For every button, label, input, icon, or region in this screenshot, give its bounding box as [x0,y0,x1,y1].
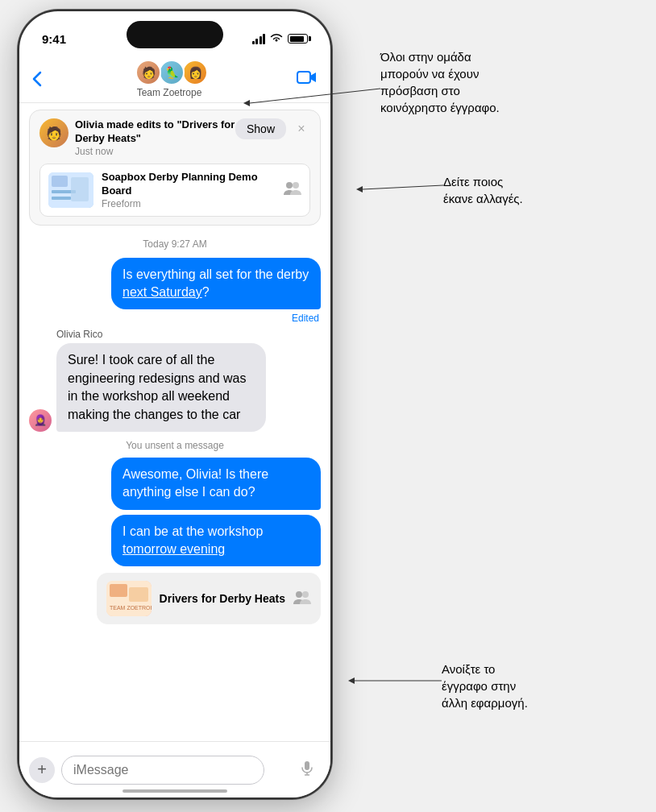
notif-card-info: Soapbox Derby Planning Demo Board Freefo… [102,171,276,209]
group-icon [284,180,301,199]
share-card-info: Drivers for Derby Heats [160,592,285,605]
svg-text:TEAM ZOETROPE: TEAM ZOETROPE [110,605,152,611]
notif-actions: Show × [235,118,310,139]
edited-label: Edited [19,313,330,324]
annotation-1: Όλοι στην ομάδα μπορούν να έχουν πρόσβασ… [380,48,500,116]
video-call-button[interactable] [297,68,318,89]
svg-rect-0 [297,72,310,83]
svg-line-19 [363,185,443,189]
nav-center[interactable]: 🧑 🦜 👩 Team Zoetrope [131,60,208,98]
notif-top: 🧑 Olivia made edits to "Drivers for Derb… [39,118,310,157]
svg-rect-11 [129,587,148,602]
notif-title: Olivia made edits to "Drivers for Derby … [75,118,235,146]
svg-point-12 [296,591,302,598]
back-button[interactable] [32,71,42,87]
notif-card-title: Soapbox Derby Planning Demo Board [102,171,276,198]
home-indicator [122,789,227,793]
nav-title: Team Zoetrope [137,87,202,98]
wifi-icon [270,33,283,45]
olivia-avatar: 🧕 [29,409,52,432]
phone-frame: 9:41 🧑 🦜 👩 Team [18,10,332,799]
svg-marker-20 [356,186,363,193]
message-row-received: 🧕 Sure! I took care of all the engineeri… [19,342,330,433]
link-next-saturday[interactable]: next Saturday [122,285,202,299]
share-card-row: TEAM ZOETROPE Drivers for Derby Heats [19,570,330,628]
notif-text-block: Olivia made edits to "Drivers for Derby … [75,118,235,157]
share-card[interactable]: TEAM ZOETROPE Drivers for Derby Heats [97,573,321,624]
share-group-icon [293,590,311,608]
mic-icon[interactable] [301,761,313,779]
message-bubble-sent: Is everything all set for the derby next… [111,258,321,310]
message-input[interactable] [61,756,264,785]
notif-card-subtitle: Freeform [102,198,276,209]
svg-rect-2 [52,176,68,187]
avatar-1: 🧑 [135,60,161,85]
notification-banner: 🧑 Olivia made edits to "Drivers for Derb… [29,110,321,226]
avatar-2: 🦜 [159,60,185,85]
input-wrapper [61,756,321,785]
share-thumbnail: TEAM ZOETROPE [106,581,152,616]
message-bubble-sent-3: I can be at the workshop tomorrow evenin… [111,515,321,567]
avatar-group: 🧑 🦜 👩 [131,60,208,85]
time-separator: Today 9:27 AM [19,232,330,256]
svg-point-13 [302,591,309,598]
notif-subtitle: Just now [75,146,235,157]
svg-point-6 [286,182,293,188]
svg-rect-14 [305,761,309,770]
message-row-sent-3: I can be at the workshop tomorrow evenin… [19,513,330,569]
system-message: You unsent a message [19,435,330,456]
message-row: Is everything all set for the derby next… [19,256,330,312]
notif-avatar: 🧑 [39,118,69,147]
signal-icon [252,34,266,44]
annotation-3: Ανοίξτε το έγγραφο στην άλλη εφαρμογή. [442,661,528,711]
notif-card[interactable]: Soapbox Derby Planning Demo Board Freefo… [39,164,310,217]
share-card-title: Drivers for Derby Heats [160,592,285,605]
annotation-2: Δείτε ποιος έκανε αλλαγές. [443,173,523,207]
svg-rect-4 [52,197,71,200]
message-row-sent-2: Awesome, Olivia! Is there anything else … [19,456,330,512]
avatar-3: 👩 [182,60,208,85]
nav-header: 🧑 🦜 👩 Team Zoetrope [19,55,330,103]
svg-rect-9 [110,584,127,597]
battery-icon [288,34,308,44]
plus-button[interactable]: + [29,757,55,783]
status-icons [252,33,309,45]
messages-area[interactable]: 🧑 Olivia made edits to "Drivers for Derb… [19,103,330,741]
message-bubble-received: Sure! I took care of all the engineering… [56,343,266,432]
close-button[interactable]: × [293,120,310,138]
svg-point-7 [293,182,299,188]
notif-left: 🧑 Olivia made edits to "Drivers for Derb… [39,118,235,157]
link-tomorrow-evening[interactable]: tomorrow evening [122,542,225,556]
svg-marker-22 [348,677,355,684]
status-time: 9:41 [42,32,66,46]
notif-card-thumbnail [48,172,93,208]
sender-name: Olivia Rico [19,329,330,340]
message-bubble-sent-2: Awesome, Olivia! Is there anything else … [111,458,321,510]
dynamic-island [127,21,223,48]
show-button[interactable]: Show [235,118,286,139]
svg-rect-5 [71,177,89,201]
